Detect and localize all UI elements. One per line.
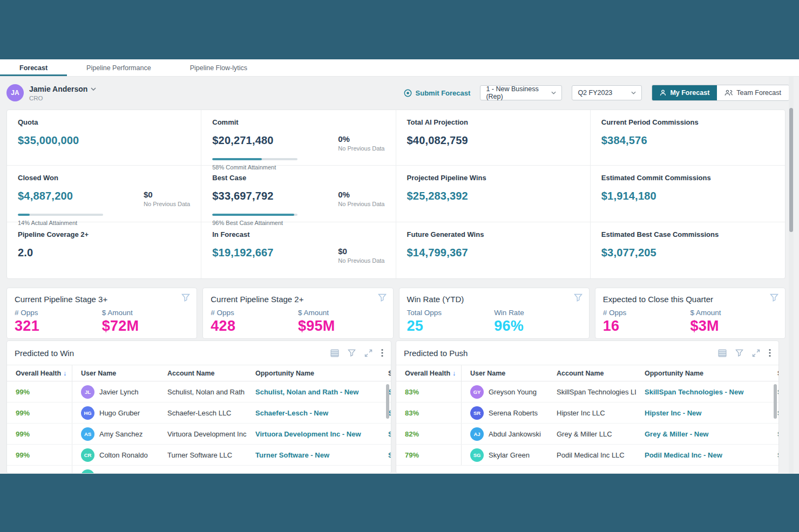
stat-label: $ Amount bbox=[690, 309, 777, 317]
health-cell: 99% bbox=[7, 381, 72, 402]
column-user-name[interactable]: User Name bbox=[72, 370, 159, 377]
kpi-value: $3,077,205 bbox=[601, 247, 656, 259]
filter-icon[interactable] bbox=[770, 294, 778, 302]
page-scrollbar-thumb[interactable] bbox=[789, 108, 793, 232]
table-row[interactable]: 99% HG Hugo Gruber Schaefer-Lesch LLC Sc… bbox=[7, 403, 391, 424]
user-cell: GY Greyson Young bbox=[462, 385, 548, 399]
column-overall-health[interactable]: Overall Health↓ bbox=[396, 365, 462, 381]
summary-card: Current Pipeline Stage 3+ # Opps 321 $ A… bbox=[6, 288, 197, 339]
table-row[interactable]: 83% SR Serena Roberts Hipster Inc LLC Hi… bbox=[396, 403, 778, 424]
user-name: Serena Roberts bbox=[489, 409, 538, 417]
previous-period-block: $0 No Previous Data bbox=[144, 190, 190, 207]
table-row[interactable] bbox=[7, 466, 391, 474]
period-select[interactable]: Q2 FY2023 bbox=[572, 85, 642, 100]
forecast-view-toggle: My Forecast Team Forecast bbox=[652, 85, 789, 101]
table-view-icon[interactable] bbox=[718, 349, 727, 357]
account-cell: Schulist, Nolan and Rath LLC bbox=[159, 388, 247, 396]
table-row[interactable]: 82% AJ Abdul Jankowski Grey & Miller LLC… bbox=[396, 424, 778, 445]
kpi-value: $40,082,759 bbox=[407, 134, 468, 147]
column-opportunity-name[interactable]: Opportunity Name bbox=[247, 370, 380, 377]
opportunity-link[interactable]: Turner Software - New bbox=[247, 451, 380, 459]
table-row[interactable]: 99% AS Amy Sanchez Virtuora Development … bbox=[7, 424, 391, 445]
summary-card: Win Rate (YTD) Total Opps 25 Win Rate 96… bbox=[399, 288, 590, 339]
summary-card-title: Current Pipeline Stage 2+ bbox=[211, 295, 385, 304]
column-stage[interactable]: St bbox=[769, 370, 779, 377]
filter-icon[interactable] bbox=[348, 349, 356, 357]
table-title: Predicted to Push bbox=[404, 349, 468, 358]
stage-cell: St bbox=[380, 430, 391, 438]
avatar: JA bbox=[6, 84, 24, 101]
user-cell: JL Javier Lynch bbox=[72, 385, 159, 399]
tab-forecast[interactable]: Forecast bbox=[0, 59, 67, 76]
table-scrollbar[interactable] bbox=[386, 384, 389, 419]
kebab-menu-icon[interactable] bbox=[769, 349, 771, 357]
forecast-type-select[interactable]: 1 - New Business (Rep) bbox=[480, 85, 562, 100]
table-row[interactable]: 83% GY Greyson Young SkillSpan Technolog… bbox=[396, 381, 778, 403]
opportunity-link[interactable]: Virtuora Development Inc - New bbox=[247, 430, 380, 438]
opportunity-link[interactable]: Podil Medical Inc - New bbox=[636, 451, 769, 459]
stat-value: 96% bbox=[494, 318, 581, 335]
filter-icon[interactable] bbox=[181, 294, 190, 302]
table-view-icon[interactable] bbox=[330, 349, 339, 357]
tab-pipeline-flow-lytics[interactable]: Pipeline Flow-lytics bbox=[171, 59, 267, 76]
kpi-best-case: Best Case $33,697,792 0% No Previous Dat… bbox=[201, 166, 396, 222]
column-user-name[interactable]: User Name bbox=[462, 370, 548, 377]
stat-label: # Opps bbox=[603, 309, 690, 317]
kpi-projected-pipeline-wins: Projected Pipeline Wins $25,283,392 bbox=[396, 166, 591, 222]
kpi-value: $35,000,000 bbox=[18, 134, 79, 147]
tab-pipeline-performance[interactable]: Pipeline Performance bbox=[67, 59, 171, 76]
stat-value: 16 bbox=[603, 318, 690, 335]
avatar: GY bbox=[470, 385, 484, 399]
user-cell bbox=[72, 469, 159, 474]
kpi-future-generated-wins: Future Generated Wins $14,799,367 bbox=[396, 222, 591, 278]
stat-value: 321 bbox=[15, 318, 102, 335]
kpi-value: $14,799,367 bbox=[407, 247, 468, 259]
user-name-dropdown[interactable]: Jamie Anderson bbox=[29, 85, 96, 93]
kebab-menu-icon[interactable] bbox=[381, 349, 383, 357]
stat-value: $72M bbox=[102, 318, 189, 335]
stat-value: $95M bbox=[298, 318, 385, 335]
column-account-name[interactable]: Account Name bbox=[548, 370, 636, 377]
kpi-value: $1,914,180 bbox=[601, 190, 656, 202]
page-scrollbar-track[interactable] bbox=[789, 77, 794, 474]
column-stage[interactable]: St bbox=[380, 370, 391, 377]
column-opportunity-name[interactable]: Opportunity Name bbox=[636, 370, 769, 377]
health-cell: 83% bbox=[396, 403, 462, 423]
kpi-panel: Quota $35,000,000 Commit $20,271,480 0% … bbox=[6, 110, 786, 279]
team-forecast-button[interactable]: Team Forecast bbox=[717, 85, 789, 100]
user-cell: HG Hugo Gruber bbox=[72, 406, 159, 420]
expand-icon[interactable] bbox=[364, 349, 373, 357]
opportunity-link[interactable]: Schaefer-Lesch - New bbox=[247, 409, 380, 417]
my-forecast-button[interactable]: My Forecast bbox=[652, 85, 717, 100]
kpi-quota: Quota $35,000,000 bbox=[7, 110, 201, 166]
stage-cell: St bbox=[380, 451, 391, 459]
stage-cell: St bbox=[769, 430, 779, 438]
expand-icon[interactable] bbox=[752, 349, 760, 357]
target-icon bbox=[404, 89, 412, 97]
table-row[interactable]: 79% SG Skylar Green Podil Medical Inc LL… bbox=[396, 445, 778, 466]
health-cell: 99% bbox=[7, 424, 72, 444]
filter-icon[interactable] bbox=[378, 294, 387, 302]
user-name: Javier Lynch bbox=[99, 388, 139, 396]
filter-icon[interactable] bbox=[574, 294, 583, 302]
table-row[interactable]: 99% JL Javier Lynch Schulist, Nolan and … bbox=[7, 381, 391, 403]
filter-icon[interactable] bbox=[735, 349, 743, 357]
column-account-name[interactable]: Account Name bbox=[159, 370, 247, 377]
opportunity-link[interactable]: Grey & Miller - New bbox=[636, 430, 769, 438]
column-overall-health[interactable]: Overall Health↓ bbox=[7, 365, 72, 381]
table-scrollbar[interactable] bbox=[774, 384, 777, 419]
user-name: Jamie Anderson bbox=[29, 85, 87, 93]
tab-bar: Forecast Pipeline Performance Pipeline F… bbox=[0, 59, 799, 77]
avatar: JL bbox=[81, 385, 94, 399]
kpi-value: 2.0 bbox=[18, 247, 33, 259]
opportunity-link[interactable]: Hipster Inc - New bbox=[636, 409, 769, 417]
opportunity-link[interactable]: SkillSpan Technologies - New bbox=[636, 388, 769, 396]
opportunity-link[interactable]: Schulist, Nolan and Rath - New bbox=[247, 388, 380, 396]
submit-forecast-button[interactable]: Submit Forecast bbox=[404, 89, 471, 97]
kpi-commit: Commit $20,271,480 0% No Previous Data 5… bbox=[201, 110, 396, 166]
avatar: SR bbox=[470, 406, 484, 420]
table-row[interactable]: 99% CR Colton Ronaldo Turner Software LL… bbox=[7, 445, 391, 466]
summary-card-title: Win Rate (YTD) bbox=[407, 295, 581, 304]
stat-value: 428 bbox=[211, 318, 298, 335]
stat-label: Win Rate bbox=[494, 309, 581, 317]
